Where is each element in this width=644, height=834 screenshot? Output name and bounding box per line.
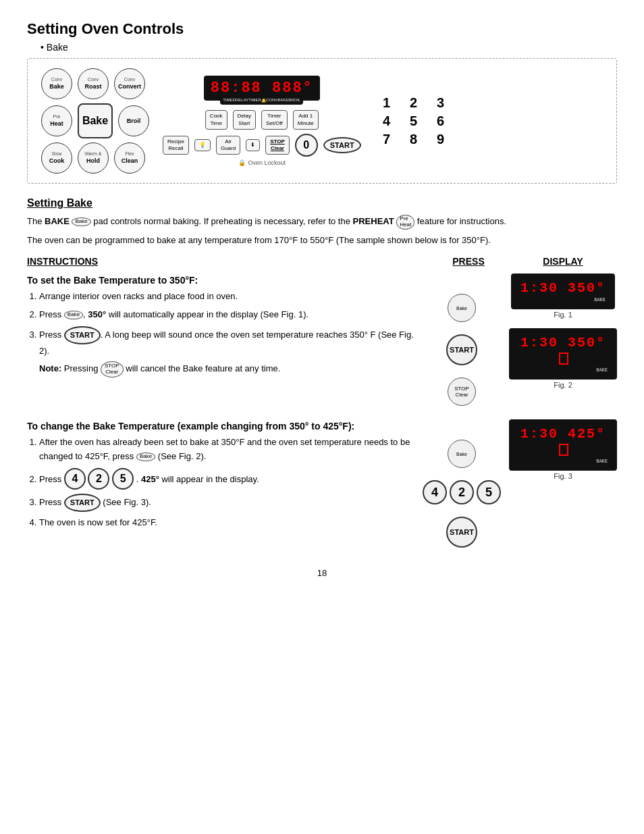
steps-col-2: To change the Bake Temperature (example … [27,419,414,548]
bake-button[interactable]: Bake [78,103,113,138]
setting-bake-title: Setting Bake [27,197,617,209]
press-2-button[interactable]: 2 [450,480,474,504]
inline-stop-btn[interactable]: STOPClear [101,361,124,377]
intro-paragraph2: The oven can be programmed to bake at an… [27,234,617,247]
display-col-1: 1:30 350° BAKE Fig. 1 1:30 350° BAKE Fig… [509,273,617,406]
step-2-1: After the oven has already been set to b… [39,436,414,464]
press-col-1: Bake START STOP Clear [421,273,502,406]
zero-button[interactable]: 0 [295,134,318,157]
press-start-button-1[interactable]: START [446,334,477,365]
display-sublabels: TIMED DELAY TIMER 🔔 CONV BAKE BROIL [220,98,303,105]
fig3-display-wrap: 1:30 425° BAKE Fig. 3 [509,419,617,480]
press-start-icon-1: START [446,334,477,365]
num-5[interactable]: 5 [402,113,426,129]
section2: To change the Bake Temperature (example … [27,419,617,548]
num-grid: 1 2 3 4 5 6 7 8 9 [375,95,453,147]
press-bake-icon-1: Bake [448,294,476,322]
conv-convert-button[interactable]: Conv Convert [114,68,145,99]
step-1-3: Press START. A long beep will sound once… [39,326,414,377]
fig1-display-wrap: 1:30 350° BAKE Fig. 1 [511,273,615,319]
step-2-4: The oven is now set for 425°F. [39,516,414,530]
steps-list-2: After the oven has already been set to b… [27,436,414,530]
num-6[interactable]: 6 [429,113,453,129]
fig3-cursor [559,444,568,456]
warm-hold-button[interactable]: Warm & Hold [78,142,109,174]
fig2-cursor [559,353,568,365]
inline-start-btn[interactable]: START [64,326,101,345]
inline-bake-btn3[interactable]: Bake [136,452,155,461]
fig3-display: 1:30 425° BAKE [509,419,617,471]
num-4[interactable]: 4 [375,113,399,129]
control-panel: Conv Bake Conv Roast Conv Convert Pre He… [27,58,617,184]
conv-bake-button[interactable]: Conv Bake [41,68,72,99]
inline-num-2[interactable]: 2 [88,468,109,490]
press-stop-button-1[interactable]: STOP Clear [448,377,476,406]
press-4-button[interactable]: 4 [423,480,447,504]
col-press-header: PRESS [428,256,509,267]
inline-preheat-btn[interactable]: PreHeat [396,215,414,230]
num-1[interactable]: 1 [375,95,399,111]
inline-num-5[interactable]: 5 [112,468,134,490]
press-5-button[interactable]: 5 [477,480,501,504]
fig1-display: 1:30 350° BAKE [511,273,615,309]
press-stop-icon-1: STOP Clear [448,377,476,406]
num-8[interactable]: 8 [402,132,426,147]
step2-heading: To change the Bake Temperature (example … [27,421,414,432]
press-col-2: Bake 4 2 5 START [421,419,502,548]
start-button[interactable]: START [323,137,361,153]
fig2-display-wrap: 1:30 350° BAKE Fig. 2 [509,328,617,389]
press-bake-button-2[interactable]: Bake [448,440,476,468]
step-1-1: Arrange interior oven racks and place fo… [39,290,414,304]
page-title: Setting Oven Controls [27,20,617,38]
panel-row1: Conv Bake Conv Roast Conv Convert [41,68,149,99]
fig2-display: 1:30 350° BAKE [509,328,617,380]
step1-heading: To set the Bake Temperature to 350°F: [27,275,414,286]
conv-roast-button[interactable]: Conv Roast [78,68,109,99]
flex-clean-button[interactable]: Flex Clean [114,142,145,174]
pre-heat-button[interactable]: Pre Heat [41,105,72,136]
inline-bake-btn[interactable]: Bake [72,217,90,226]
down-button[interactable]: ⬇ [246,139,260,151]
press-bake-button-1[interactable]: Bake [448,294,476,322]
panel-display-area: 88:88 888° TIMED DELAY TIMER 🔔 CONV BAKE… [163,76,361,166]
press-nums-icon: 4 2 5 [423,480,501,504]
slow-cook-button[interactable]: Slow Cook [41,142,72,174]
col-display-header: DISPLAY [509,256,617,267]
step-1-2: Press Bake, 350° will automatically appe… [39,308,414,322]
num-3[interactable]: 3 [429,95,453,111]
display-col-2: 1:30 425° BAKE Fig. 3 [509,419,617,548]
section2-body: To change the Bake Temperature (example … [27,419,617,548]
light-button[interactable]: 💡 [194,139,211,151]
num-2[interactable]: 2 [402,95,426,111]
steps-col-1: To set the Bake Temperature to 350°F: Ar… [27,273,414,406]
oven-lockout-label: 🔒Oven Lockout [238,159,286,166]
add1minute-button[interactable]: Add 1 Minute [293,110,319,130]
stop-clear-button[interactable]: STOP Clear [265,136,290,155]
panel-row2: Pre Heat Bake Broil [41,103,149,138]
oven-display: 88:88 888° [204,76,320,101]
panel-buttons-left: Conv Bake Conv Roast Conv Convert Pre He… [41,68,149,174]
panel-row3: Slow Cook Warm & Hold Flex Clean [41,142,149,174]
note-text: Note: Pressing STOPClear will cancel the… [39,361,414,377]
step-2-2: Press 4 2 5 . 425° will appear in the di… [39,468,414,490]
section1-body: To set the Bake Temperature to 350°F: Ar… [27,273,617,406]
fig2-caption: Fig. 2 [509,381,617,389]
inline-bake-btn2[interactable]: Bake [64,311,83,319]
num-7[interactable]: 7 [375,132,399,147]
fig3-caption: Fig. 3 [509,472,617,480]
intro-paragraph1: The BAKE Bake pad controls normal baking… [27,215,617,230]
broil-button[interactable]: Broil [118,105,149,136]
timer-setoff-button[interactable]: Timer Set/Off [261,110,288,130]
fig1-caption: Fig. 1 [511,311,615,319]
inline-num-4[interactable]: 4 [64,468,86,490]
recipe-recall-button[interactable]: Recipe Recall [163,136,189,155]
steps-list-1: Arrange interior oven racks and place fo… [27,290,414,377]
num-9[interactable]: 9 [429,132,453,147]
air-guard-button[interactable]: Air Guard [216,136,240,155]
bullet-bake: • Bake [41,42,617,53]
press-start-button-2[interactable]: START [446,517,477,548]
inline-start-btn2[interactable]: START [64,494,101,513]
delay-start-button[interactable]: Delay Start [233,110,256,130]
instructions-header: INSTRUCTIONS PRESS DISPLAY [27,256,617,267]
cook-time-button[interactable]: Cook Time [205,110,227,130]
